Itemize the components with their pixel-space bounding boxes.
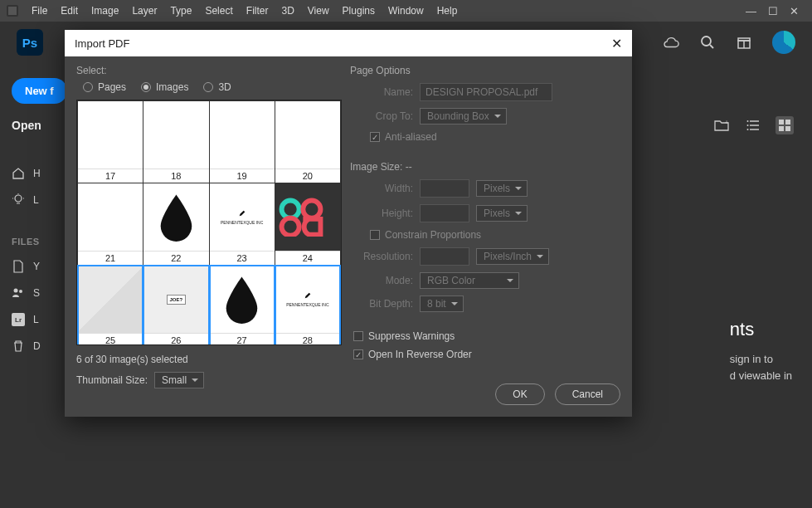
suppress-warnings-checkbox[interactable]: Suppress Warnings	[353, 330, 620, 342]
dialog-close-button[interactable]: ✕	[611, 36, 622, 51]
menu-plugins[interactable]: Plugins	[336, 2, 382, 20]
list-view-icon[interactable]	[744, 116, 762, 134]
gift-icon[interactable]	[736, 34, 752, 51]
thumbnail-19[interactable]: 19	[210, 101, 275, 183]
thumbnail-size-dropdown[interactable]: Small	[154, 372, 204, 388]
cloud-icon[interactable]	[663, 34, 679, 51]
file-label: Y	[33, 261, 40, 272]
menu-bar: FileEditImageLayerTypeSelectFilter3DView…	[0, 0, 812, 22]
width-input	[420, 179, 469, 198]
lightroom-icon: Lr	[12, 313, 25, 326]
mode-dropdown: RGB Color	[420, 272, 519, 289]
search-icon[interactable]	[699, 34, 716, 51]
close-button[interactable]: ✕	[790, 5, 799, 17]
crop-to-label: Crop To:	[350, 110, 413, 122]
maximize-button[interactable]: ☐	[768, 5, 778, 17]
svg-point-11	[14, 289, 18, 293]
constrain-proportions-checkbox: Constrain Proportions	[370, 229, 481, 241]
menu-window[interactable]: Window	[382, 2, 430, 20]
menu-layer[interactable]: Layer	[125, 2, 163, 20]
import-pdf-dialog: Import PDF ✕ Select: Pages Images 3D 171…	[65, 30, 632, 417]
window-controls: — ☐ ✕	[746, 5, 805, 17]
thumbnail-21[interactable]: 21	[78, 183, 143, 265]
width-unit-dropdown: Pixels	[476, 180, 528, 197]
radio-3d[interactable]: 3D	[203, 81, 231, 93]
menu-edit[interactable]: Edit	[54, 2, 85, 20]
selection-status: 6 of 30 image(s) selected	[76, 354, 342, 365]
svg-line-2	[710, 45, 713, 48]
folder-add-icon[interactable]: +	[712, 116, 731, 134]
minimize-button[interactable]: —	[746, 5, 756, 17]
thumbnail-22[interactable]: 22	[143, 183, 208, 265]
height-input	[420, 204, 469, 222]
select-radio-group: Pages Images 3D	[83, 81, 342, 93]
thumbnail-25[interactable]: 25	[78, 266, 143, 345]
resolution-input	[420, 247, 469, 266]
svg-rect-0	[8, 7, 17, 15]
svg-point-1	[702, 37, 711, 46]
new-file-button[interactable]: New f	[12, 78, 67, 104]
menu-type[interactable]: Type	[163, 2, 198, 20]
bitdepth-dropdown: 8 bit	[420, 296, 464, 312]
width-label: Width:	[350, 183, 413, 194]
thumbnail-27[interactable]: 27	[210, 266, 275, 345]
thumbnail-23[interactable]: PENNENTEXQUE INC23	[210, 183, 275, 265]
thumbnail-24[interactable]: 24	[275, 183, 340, 265]
svg-point-24	[281, 201, 299, 218]
grid-view-icon[interactable]	[776, 116, 794, 134]
thumbnail-20[interactable]: 20	[275, 101, 340, 183]
view-toggles: +	[712, 116, 794, 134]
antialiased-checkbox: Anti-aliased	[370, 131, 437, 143]
svg-rect-23	[785, 126, 790, 131]
thumbnail-size-label: Thumbnail Size:	[76, 374, 148, 386]
svg-point-18	[747, 125, 749, 126]
dialog-title-bar: Import PDF ✕	[65, 30, 632, 56]
height-label: Height:	[350, 208, 413, 219]
svg-point-6	[15, 195, 22, 202]
reverse-order-checkbox[interactable]: Open In Reverse Order	[353, 349, 620, 360]
name-label: Name:	[350, 86, 413, 98]
nav-learn-label: L	[33, 194, 39, 206]
svg-rect-21	[785, 120, 790, 125]
thumbnail-18[interactable]: 18	[143, 101, 208, 183]
menu-help[interactable]: Help	[430, 2, 464, 20]
dialog-title: Import PDF	[75, 37, 129, 50]
menu-view[interactable]: View	[301, 2, 336, 20]
svg-point-12	[19, 290, 22, 293]
file-label: D	[33, 340, 41, 352]
radio-pages[interactable]: Pages	[83, 81, 126, 93]
radio-images[interactable]: Images	[141, 81, 188, 93]
menu-3d[interactable]: 3D	[275, 2, 300, 20]
mode-label: Mode:	[350, 275, 413, 286]
photoshop-logo: Ps	[17, 29, 43, 56]
height-unit-dropdown: Pixels	[476, 205, 528, 222]
image-size-title: Image Size: --	[350, 161, 620, 173]
resolution-unit-dropdown: Pixels/Inch	[476, 248, 549, 265]
select-label: Select:	[76, 65, 342, 76]
menu-select[interactable]: Select	[198, 2, 239, 20]
app-menu-icon[interactable]	[7, 5, 18, 17]
menu-filter[interactable]: Filter	[240, 2, 275, 20]
menu-image[interactable]: Image	[85, 2, 125, 20]
home-icon	[12, 167, 25, 180]
thumbnail-28[interactable]: PENNENTEXQUE INC28	[275, 266, 340, 345]
cancel-button[interactable]: Cancel	[555, 383, 620, 405]
thumbnail-17[interactable]: 17	[78, 101, 143, 183]
svg-rect-22	[779, 126, 784, 131]
svg-text:+: +	[725, 120, 728, 125]
svg-rect-5	[738, 38, 750, 41]
nav-home-label: H	[33, 168, 41, 179]
svg-point-26	[281, 218, 299, 236]
crop-to-dropdown: Bounding Box	[420, 108, 507, 125]
svg-rect-20	[779, 120, 784, 125]
welcome-text-partial: nts sign in to d viewable in	[730, 315, 792, 383]
ok-button[interactable]: OK	[495, 383, 544, 405]
thumbnail-grid[interactable]: 171819202122PENNENTEXQUE INC232425JOE?26…	[76, 100, 342, 345]
name-input	[420, 83, 552, 101]
user-avatar[interactable]	[772, 31, 795, 54]
svg-point-19	[747, 129, 749, 130]
thumbnail-26[interactable]: JOE?26	[143, 266, 208, 345]
bitdepth-label: Bit Depth:	[350, 298, 413, 310]
svg-point-17	[747, 120, 749, 122]
menu-file[interactable]: File	[25, 2, 54, 20]
